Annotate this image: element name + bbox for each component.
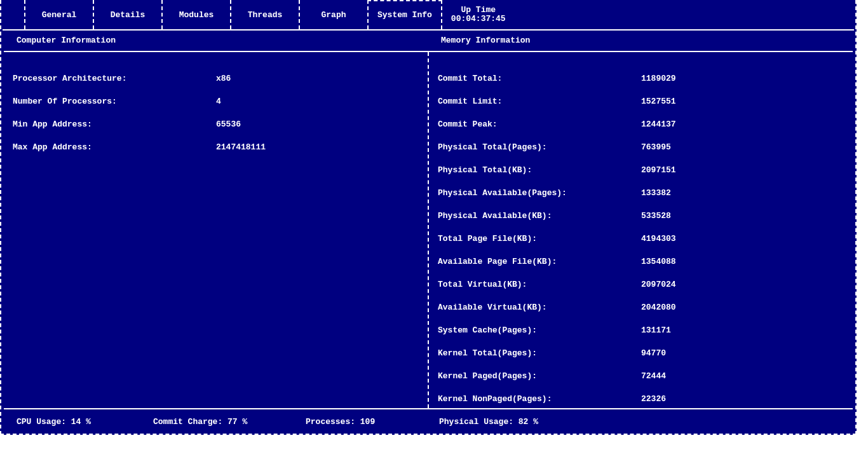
value-available-virtual: 2042080	[641, 296, 676, 319]
label-processor-architecture: Processor Architecture:	[13, 67, 216, 90]
label-kernel-total: Kernel Total(Pages):	[438, 342, 641, 365]
value-physical-total-kb: 2097151	[641, 159, 676, 182]
row-commit-total: Commit Total: 1189029	[438, 67, 844, 90]
label-available-virtual: Available Virtual(KB):	[438, 296, 641, 319]
label-commit-total: Commit Total:	[438, 67, 641, 90]
label-available-page-file: Available Page File(KB):	[438, 250, 641, 273]
status-processes: Processes: 109	[293, 417, 426, 427]
label-total-virtual: Total Virtual(KB):	[438, 273, 641, 296]
label-physical-total-kb: Physical Total(KB):	[438, 159, 641, 182]
row-commit-limit: Commit Limit: 1527551	[438, 90, 844, 113]
row-kernel-total: Kernel Total(Pages): 94770	[438, 342, 844, 365]
label-physical-available-pages: Physical Available(Pages):	[438, 182, 641, 205]
row-available-page-file: Available Page File(KB): 1354088	[438, 250, 844, 273]
status-commit-charge: Commit Charge: 77 %	[140, 417, 293, 427]
value-number-of-processors: 4	[216, 90, 221, 113]
value-total-virtual: 2097024	[641, 273, 676, 296]
value-total-page-file: 4194303	[641, 228, 676, 250]
panels: Processor Architecture: x86 Number Of Pr…	[4, 52, 853, 408]
value-commit-total: 1189029	[641, 67, 676, 90]
label-number-of-processors: Number Of Processors:	[13, 90, 216, 113]
label-system-cache: System Cache(Pages):	[438, 319, 641, 342]
row-physical-available-kb: Physical Available(KB): 533528	[438, 205, 844, 228]
computer-info-header: Computer Information	[4, 31, 428, 51]
row-processor-architecture: Processor Architecture: x86	[13, 67, 419, 90]
value-kernel-paged: 72444	[641, 365, 666, 388]
row-max-app-address: Max App Address: 2147418111	[13, 136, 419, 159]
label-physical-total-pages: Physical Total(Pages):	[438, 136, 641, 159]
value-physical-total-pages: 763995	[641, 136, 671, 159]
row-physical-total-pages: Physical Total(Pages): 763995	[438, 136, 844, 159]
memory-info-panel: Commit Total: 1189029 Commit Limit: 1527…	[429, 52, 853, 408]
row-physical-total-kb: Physical Total(KB): 2097151	[438, 159, 844, 182]
value-physical-available-pages: 133382	[641, 182, 671, 205]
tab-bar: General Details Modules Threads Graph Sy…	[1, 0, 855, 29]
tab-modules[interactable]: Modules	[161, 0, 231, 29]
tab-details[interactable]: Details	[93, 0, 163, 29]
status-bar: CPU Usage: 14 % Commit Charge: 77 % Proc…	[4, 409, 853, 434]
value-min-app-address: 65536	[216, 113, 241, 136]
label-commit-limit: Commit Limit:	[438, 90, 641, 113]
tab-uptime[interactable]: Up Time 00:04:37:45	[441, 0, 515, 29]
row-total-virtual: Total Virtual(KB): 2097024	[438, 273, 844, 296]
row-kernel-paged: Kernel Paged(Pages): 72444	[438, 365, 844, 388]
value-kernel-total: 94770	[641, 342, 666, 365]
row-commit-peak: Commit Peak: 1244137	[438, 113, 844, 136]
memory-info-header: Memory Information	[428, 31, 853, 51]
app-window: General Details Modules Threads Graph Sy…	[0, 0, 857, 435]
label-commit-peak: Commit Peak:	[438, 113, 641, 136]
row-kernel-nonpaged: Kernel NonPaged(Pages): 22326	[438, 388, 844, 411]
label-min-app-address: Min App Address:	[13, 113, 216, 136]
label-kernel-nonpaged: Kernel NonPaged(Pages):	[438, 388, 641, 411]
tab-general[interactable]: General	[24, 0, 94, 29]
label-physical-available-kb: Physical Available(KB):	[438, 205, 641, 228]
value-available-page-file: 1354088	[641, 250, 676, 273]
computer-info-panel: Processor Architecture: x86 Number Of Pr…	[4, 52, 428, 408]
status-cpu-usage: CPU Usage: 14 %	[4, 417, 140, 427]
row-min-app-address: Min App Address: 65536	[13, 113, 419, 136]
row-total-page-file: Total Page File(KB): 4194303	[438, 228, 844, 250]
section-headers: Computer Information Memory Information	[4, 31, 853, 51]
value-physical-available-kb: 533528	[641, 205, 671, 228]
value-commit-limit: 1527551	[641, 90, 676, 113]
tab-threads[interactable]: Threads	[230, 0, 300, 29]
label-max-app-address: Max App Address:	[13, 136, 216, 159]
row-physical-available-pages: Physical Available(Pages): 133382	[438, 182, 844, 205]
value-system-cache: 131171	[641, 319, 671, 342]
row-number-of-processors: Number Of Processors: 4	[13, 90, 419, 113]
row-system-cache: System Cache(Pages): 131171	[438, 319, 844, 342]
label-total-page-file: Total Page File(KB):	[438, 228, 641, 250]
value-kernel-nonpaged: 22326	[641, 388, 666, 411]
uptime-value: 00:04:37:45	[451, 15, 506, 24]
value-max-app-address: 2147418111	[216, 136, 266, 159]
row-available-virtual: Available Virtual(KB): 2042080	[438, 296, 844, 319]
label-kernel-paged: Kernel Paged(Pages):	[438, 365, 641, 388]
tab-system-info[interactable]: System Info	[367, 0, 442, 29]
value-commit-peak: 1244137	[641, 113, 676, 136]
tab-graph[interactable]: Graph	[299, 0, 369, 29]
status-physical-usage: Physical Usage: 82 %	[426, 417, 538, 427]
value-processor-architecture: x86	[216, 67, 231, 90]
uptime-label: Up Time	[461, 6, 496, 15]
